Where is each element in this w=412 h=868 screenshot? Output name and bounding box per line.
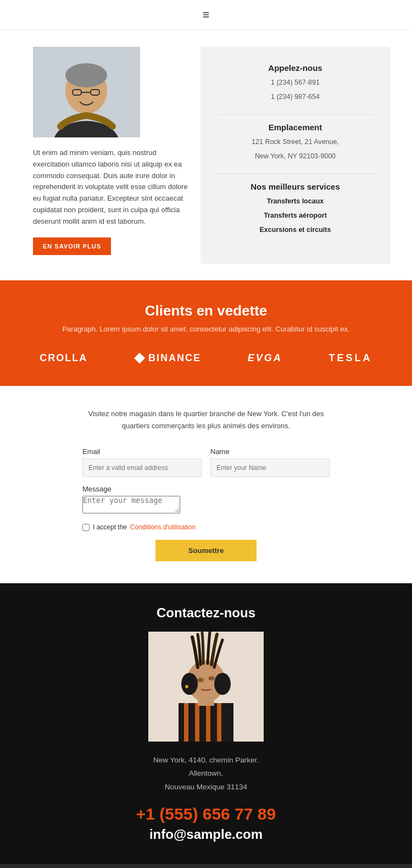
- contact-photo: [148, 632, 264, 742]
- terms-checkbox[interactable]: [82, 524, 90, 531]
- services-block: Nos meilleurs services Transferts locaux…: [217, 182, 374, 235]
- email-group: Email: [82, 447, 202, 477]
- svg-point-3: [65, 63, 107, 87]
- top-section: Ut enim ad minim veniam, quis nostrud ex…: [0, 30, 412, 280]
- logos-row: CROLLA BINANCE EVGA TESLA: [16, 352, 396, 364]
- checkbox-row: I accept the Conditions d'utilisation: [82, 523, 330, 531]
- location-block: Emplacement 121 Rock Street, 21 Avenue, …: [217, 123, 374, 162]
- address-line3: Nouveau Mexique 31134: [16, 781, 396, 794]
- service2: Transferts aéroport: [217, 210, 374, 221]
- contact-email: info@sample.com: [16, 827, 396, 842]
- checkbox-text: I accept the: [93, 523, 127, 531]
- message-textarea[interactable]: [82, 496, 180, 513]
- logo-binance: BINANCE: [134, 352, 201, 364]
- form-intro: Visitez notre magasin dans le quartier b…: [82, 408, 330, 432]
- contact-phone: +1 (555) 656 77 89: [16, 805, 396, 823]
- right-column: Appelez-nous 1 (234) 567-891 1 (234) 987…: [201, 47, 390, 264]
- binance-diamond-icon: [134, 353, 145, 364]
- message-label: Message: [82, 485, 330, 493]
- svg-rect-12: [206, 703, 210, 742]
- form-row-1: Email Name: [82, 447, 330, 477]
- contact-address: New York, 4140, chemin Parker. Allentown…: [16, 754, 396, 794]
- address2: New York, NY 92103-9000: [217, 151, 374, 162]
- email-label: Email: [82, 447, 202, 456]
- logo-crolla: CROLLA: [40, 352, 87, 364]
- left-column: Ut enim ad minim veniam, quis nostrud ex…: [33, 47, 190, 264]
- logo-evga: EVGA: [248, 352, 282, 364]
- message-group: Message: [82, 485, 330, 516]
- name-input[interactable]: [210, 458, 330, 477]
- svg-rect-11: [195, 703, 199, 742]
- address-line2: Allentown,: [16, 767, 396, 780]
- divider2: [217, 174, 374, 174]
- clients-subtitle: Paragraph. Lorem ipsum dolor sit amet, c…: [16, 325, 396, 333]
- terms-link[interactable]: Conditions d'utilisation: [130, 523, 196, 531]
- services-title: Nos meilleurs services: [217, 182, 374, 191]
- name-label: Name: [210, 447, 330, 456]
- svg-point-16: [181, 673, 198, 695]
- svg-point-18: [197, 678, 204, 682]
- nav-bar: ≡: [0, 0, 412, 30]
- call-block: Appelez-nous 1 (234) 567-891 1 (234) 987…: [217, 63, 374, 102]
- clients-title: Clients en vedette: [16, 302, 396, 319]
- address-line1: New York, 4140, chemin Parker.: [16, 754, 396, 767]
- address1: 121 Rock Street, 21 Avenue,: [217, 136, 374, 147]
- service3: Excursions et circuits: [217, 224, 374, 235]
- phone2: 1 (234) 987-654: [217, 91, 374, 102]
- email-input[interactable]: [82, 458, 202, 477]
- bottom-bar: Sample text. Click to select the Text El…: [0, 864, 412, 868]
- logo-tesla: TESLA: [329, 352, 372, 364]
- clients-section: Clients en vedette Paragraph. Lorem ipsu…: [0, 280, 412, 386]
- svg-rect-10: [184, 703, 188, 742]
- svg-point-20: [185, 685, 188, 688]
- contact-title: Contactez-nous: [16, 605, 396, 621]
- submit-button[interactable]: Soumettre: [155, 540, 257, 561]
- svg-point-19: [208, 676, 215, 681]
- en-savoir-button[interactable]: EN SAVOIR PLUS: [33, 237, 111, 255]
- svg-point-17: [214, 673, 231, 695]
- hamburger-icon[interactable]: ≡: [203, 8, 210, 22]
- body-text: Ut enim ad minim veniam, quis nostrud ex…: [33, 147, 190, 228]
- service1: Transferts locaux: [217, 196, 374, 207]
- contact-section: Contactez-nous: [0, 583, 412, 864]
- person-image: [33, 47, 140, 137]
- svg-rect-13: [217, 703, 221, 742]
- divider1: [217, 114, 374, 115]
- phone1: 1 (234) 567-891: [217, 77, 374, 88]
- form-section: Visitez notre magasin dans le quartier b…: [0, 386, 412, 583]
- call-title: Appelez-nous: [217, 63, 374, 73]
- location-title: Emplacement: [217, 123, 374, 132]
- name-group: Name: [210, 447, 330, 477]
